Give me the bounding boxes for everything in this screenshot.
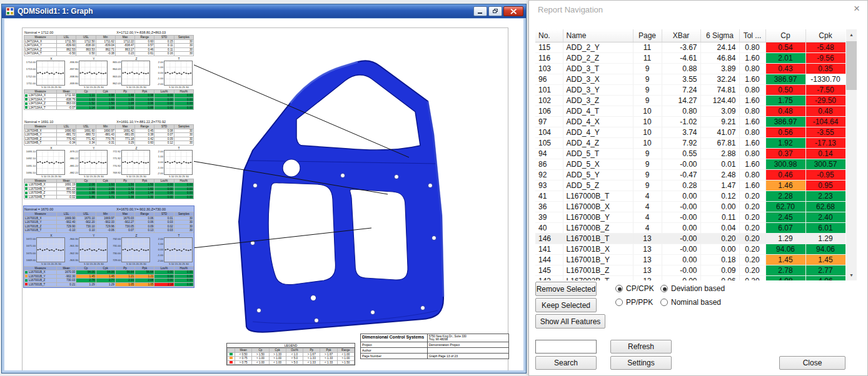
cell-no: 103	[535, 63, 563, 74]
keep-selected-button[interactable]: Keep Selected	[535, 298, 597, 312]
cell-sigma: 24.14	[700, 42, 739, 52]
feature-row[interactable]: 96ADD_3_X93.5532.241.60386.97-1330.70	[535, 74, 845, 84]
cell-cpk: -9.56	[805, 52, 845, 63]
feature-row[interactable]: 93ADD_5_Z90.281.471.601.460.95	[535, 180, 845, 190]
cell-name: ADD_4_X	[563, 116, 633, 127]
feature-row[interactable]: 141L167001B_X13-0.000.000.2094.0694.06	[535, 244, 845, 254]
scroll-down-icon[interactable]: ▼	[846, 270, 857, 280]
restore-button[interactable]	[488, 6, 502, 16]
feature-row[interactable]: 94ADD_5_T90.552.880.800.370.14	[535, 148, 845, 159]
feature-row[interactable]: 86ADD_5_X9-0.000.011.60300.98300.57	[535, 159, 845, 169]
feature-row[interactable]: 115ADD_2_Y11-3.6724.140.800.54-5.48	[535, 42, 845, 52]
cell-no: 142	[535, 275, 563, 280]
search-button[interactable]: Search	[535, 356, 597, 370]
cell-sigma: 0.00	[700, 201, 739, 212]
feature-row[interactable]: 106ADD_4_T100.803.090.800.480.48	[535, 106, 845, 116]
feature-row[interactable]: 41L167000B_T40.000.120.202.282.23	[535, 190, 845, 201]
col-header-6-sigma[interactable]: 6 Sigma	[700, 29, 739, 42]
author-value	[427, 348, 508, 354]
cell-cp: 1.45	[765, 254, 805, 265]
cell-xbar: 0.88	[662, 63, 700, 74]
cell-sigma: 0.04	[700, 222, 739, 233]
cell-sigma: 0.12	[700, 190, 739, 201]
close-dialog-button[interactable]: Close	[779, 356, 845, 370]
col-header-name[interactable]: Name	[563, 29, 633, 42]
cell-name: L167002B_T	[563, 275, 633, 280]
feature-row[interactable]: 36L167000B_X4-0.000.000.2062.7062.68	[535, 201, 845, 212]
radio-deviation-based[interactable]: Deviation based	[660, 284, 725, 293]
scrollbar-thumb[interactable]	[846, 41, 857, 90]
radio-pp-ppk[interactable]: PP/PPK	[615, 298, 653, 307]
mini-chart-Z: Z772.92771.92770.92769.925 10 15 20 25 3…	[109, 146, 151, 178]
cell-tol: 1.60	[739, 52, 765, 63]
cell-sigma: 124.40	[700, 95, 739, 106]
minimize-button[interactable]	[473, 6, 487, 16]
cell-cpk: -17.13	[805, 137, 845, 148]
feature-row[interactable]: 97ADD_4_X10-1.029.211.60386.97-104.64	[535, 116, 845, 127]
scroll-up-icon[interactable]: ▲	[846, 29, 857, 40]
cell-tol: 0.80	[739, 169, 765, 180]
col-header-cp[interactable]: Cp	[765, 29, 805, 42]
table-scrollbar[interactable]: ▲ ▼	[846, 29, 857, 280]
scrollbar-track[interactable]	[846, 40, 857, 270]
search-input[interactable]	[535, 340, 597, 354]
feature-row[interactable]: 40L167000B_Z40.000.040.206.076.01	[535, 222, 845, 233]
cell-xbar: 0.80	[662, 106, 700, 116]
feature-row[interactable]: 39L167000B_Y4-0.000.110.202.452.40	[535, 212, 845, 222]
cell-xbar: 3.74	[662, 127, 700, 137]
col-header-xbar[interactable]: XBar	[662, 29, 700, 42]
feature-row[interactable]: 101ADD_3_Y97.2474.810.800.50-7.50	[535, 84, 845, 95]
close-button[interactable]	[503, 6, 523, 16]
measurement-panel-3[interactable]: Nominal = 1670.00X=1670.00,Y=-902.30,Z=7…	[24, 206, 194, 287]
cell-xbar: 0.55	[662, 148, 700, 159]
settings-button[interactable]: Settings	[610, 356, 672, 370]
cell-sigma: 0.01	[700, 159, 739, 169]
chart-x-labels: 5 10 15 20 25 30	[164, 262, 194, 265]
feature-row[interactable]: 104ADD_4_Y103.7441.070.800.56-3.55	[535, 127, 845, 137]
col-header-no[interactable]: No.	[535, 29, 563, 42]
feature-row[interactable]: 144L167001B_Y130.000.180.201.451.45	[535, 254, 845, 265]
feature-row[interactable]: 145L167001B_Z13-0.000.090.202.782.77	[535, 265, 845, 275]
cell-cpk: 1.29	[805, 233, 845, 244]
feature-row[interactable]: 146L167001B_T13-0.000.200.201.291.29	[535, 233, 845, 244]
status-bullet	[25, 106, 28, 109]
radio-label: Nominal based	[671, 298, 721, 307]
feature-row[interactable]: 103ADD_3_T90.883.890.800.430.35	[535, 63, 845, 74]
cell-cpk: -0.95	[805, 169, 845, 180]
feature-row[interactable]: 116ADD_2_Z11-4.6146.841.602.01-9.56	[535, 52, 845, 63]
cell-cp: 386.97	[765, 74, 805, 84]
project-value: Demonstration Project	[427, 342, 508, 348]
radio-nominal-based[interactable]: Nominal based	[660, 298, 721, 307]
feature-row[interactable]: 102ADD_3_Z914.27124.401.601.75-29.50	[535, 95, 845, 106]
cell-no: 41	[535, 190, 563, 201]
status-bullet	[25, 184, 28, 186]
col-header-tol[interactable]: Tol ...	[739, 29, 765, 42]
radio-cp-cpk[interactable]: CP/CPK	[615, 284, 654, 293]
feature-row[interactable]: 142L167002B_T13-0.000.060.204.084.06	[535, 275, 845, 280]
cell-cpk: -3.55	[805, 127, 845, 137]
cell-xbar: 3.55	[662, 74, 700, 84]
remove-selected-button[interactable]: Remove Selected	[535, 282, 597, 296]
cell-cp: 2.01	[765, 52, 805, 63]
cell-page: 11	[633, 52, 662, 63]
cell-tol: 0.20	[739, 212, 765, 222]
show-all-features-button[interactable]: Show All Features	[535, 314, 605, 329]
measurement-panel-2[interactable]: Nominal = 1691.10X=1691.10,Y=-881.22,Z=7…	[24, 119, 194, 200]
titlebar[interactable]: QDMSolid1: 1: Graph	[2, 4, 526, 18]
cell-cp: 62.70	[765, 201, 805, 212]
cell-cp: 2.78	[765, 265, 805, 275]
col-header-cpk[interactable]: Cpk	[805, 29, 845, 42]
col-header-page[interactable]: Page	[633, 29, 662, 42]
cell-tol: 0.80	[739, 84, 765, 95]
chart-x-labels: 5 10 15 20 25 30	[79, 175, 109, 178]
cell-sigma: 0.06	[700, 275, 739, 280]
feature-row[interactable]: 92ADD_5_Y9-0.472.480.800.46-0.95	[535, 169, 845, 180]
measurement-panel-1[interactable]: Nominal = 1712.00X=1712.00,Y=-838.80,Z=8…	[24, 29, 194, 111]
mini-chart-Y: Y-900.30-901.30-902.30-903.305 10 15 20 …	[66, 234, 109, 265]
cell-name: ADD_4_Z	[563, 137, 633, 148]
dimension-table: MeasureLSLUSLMinMaxRangeSTDSamplesL16700…	[24, 212, 194, 233]
cell-sigma: 0.18	[700, 254, 739, 265]
feature-row[interactable]: 105ADD_4_Z107.9267.811.601.92-17.13	[535, 137, 845, 148]
close-dialog-icon[interactable]: ×	[854, 2, 860, 15]
refresh-button[interactable]: Refresh	[610, 340, 672, 354]
